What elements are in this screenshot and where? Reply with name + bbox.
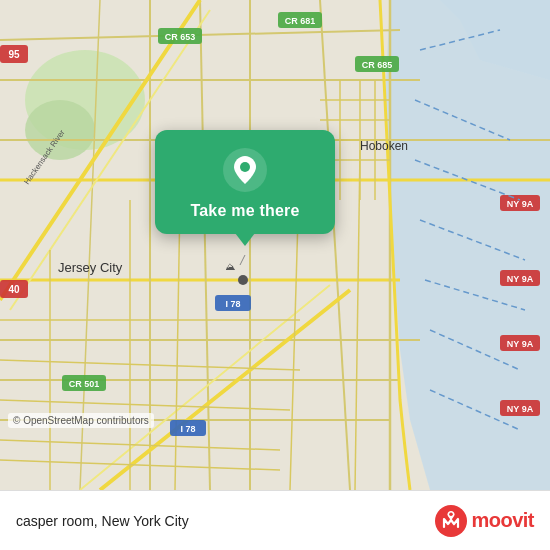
svg-text:I 78: I 78 xyxy=(180,424,195,434)
svg-text:NY 9A: NY 9A xyxy=(507,274,534,284)
svg-text:NY 9A: NY 9A xyxy=(507,199,534,209)
svg-text:CR 681: CR 681 xyxy=(285,16,316,26)
svg-text:NY 9A: NY 9A xyxy=(507,339,534,349)
popup-card[interactable]: Take me there xyxy=(155,130,335,234)
svg-marker-1 xyxy=(385,0,550,490)
svg-text:CR 653: CR 653 xyxy=(165,32,196,42)
location-text: casper room, New York City xyxy=(16,513,189,529)
osm-credit: © OpenStreetMap contributors xyxy=(8,413,154,428)
svg-point-80 xyxy=(450,512,454,516)
moovit-text: moovit xyxy=(471,509,534,532)
svg-text:95: 95 xyxy=(8,49,20,60)
location-pin-icon xyxy=(223,148,267,192)
svg-text:I 78: I 78 xyxy=(225,299,240,309)
bottom-bar: casper room, New York City moovit xyxy=(0,490,550,550)
svg-text:CR 501: CR 501 xyxy=(69,379,100,389)
svg-text:40: 40 xyxy=(8,284,20,295)
moovit-logo: moovit xyxy=(435,505,534,537)
svg-text:CR 685: CR 685 xyxy=(362,60,393,70)
svg-point-78 xyxy=(240,162,250,172)
svg-text:⛰: ⛰ xyxy=(225,261,235,272)
map-container: CR 681 CR 653 CR 685 I 78 I 78 CR 501 95… xyxy=(0,0,550,490)
svg-text:Jersey City: Jersey City xyxy=(58,260,123,275)
moovit-icon xyxy=(435,505,467,537)
svg-text:Hoboken: Hoboken xyxy=(360,139,408,153)
svg-text:NY 9A: NY 9A xyxy=(507,404,534,414)
take-me-there-label: Take me there xyxy=(190,202,299,220)
svg-point-74 xyxy=(238,275,248,285)
